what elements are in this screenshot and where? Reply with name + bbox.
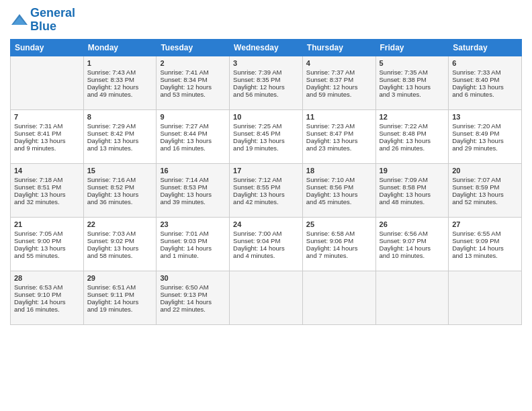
day-info: Daylight: 14 hours [306, 244, 372, 252]
calendar-cell: 20Sunrise: 7:07 AMSunset: 8:59 PMDayligh… [449, 163, 522, 217]
calendar-table: SundayMondayTuesdayWednesdayThursdayFrid… [10, 39, 522, 325]
day-info: Sunset: 8:59 PM [452, 183, 518, 191]
day-info: Sunset: 9:09 PM [452, 237, 518, 244]
day-info: and 59 minutes. [306, 91, 372, 98]
day-info: and 58 minutes. [87, 252, 153, 259]
day-info: Sunrise: 6:55 AM [452, 230, 518, 237]
day-info: Sunrise: 6:56 AM [380, 230, 445, 237]
day-info: Sunrise: 7:00 AM [233, 230, 299, 237]
day-info: and 39 minutes. [160, 198, 226, 205]
day-number: 29 [87, 274, 153, 282]
day-info: Sunset: 8:53 PM [160, 183, 226, 191]
day-info: and 19 minutes. [87, 306, 153, 313]
day-info: Daylight: 13 hours [233, 191, 299, 198]
calendar-cell: 19Sunrise: 7:09 AMSunset: 8:58 PMDayligh… [375, 163, 449, 217]
week-row-4: 21Sunrise: 7:05 AMSunset: 9:00 PMDayligh… [11, 217, 522, 271]
day-number: 20 [452, 167, 518, 175]
calendar-cell: 8Sunrise: 7:29 AMSunset: 8:42 PMDaylight… [83, 109, 157, 163]
calendar-cell: 29Sunrise: 6:51 AMSunset: 9:11 PMDayligh… [83, 271, 157, 324]
day-number: 19 [380, 167, 445, 175]
day-info: Sunrise: 7:07 AM [452, 176, 518, 183]
day-info: Sunrise: 7:25 AM [233, 122, 299, 130]
calendar-cell: 26Sunrise: 6:56 AMSunset: 9:07 PMDayligh… [375, 217, 449, 271]
day-info: Sunset: 8:49 PM [452, 130, 518, 137]
day-number: 11 [306, 113, 372, 121]
day-info: Sunset: 9:00 PM [14, 237, 80, 244]
day-info: Daylight: 12 hours [160, 83, 226, 91]
day-info: and 10 minutes. [380, 252, 445, 259]
calendar-cell: 4Sunrise: 7:37 AMSunset: 8:37 PMDaylight… [302, 56, 375, 109]
calendar-cell: 1Sunrise: 7:43 AMSunset: 8:33 PMDaylight… [83, 56, 157, 109]
day-number: 16 [160, 167, 226, 175]
day-info: and 16 minutes. [14, 306, 80, 313]
day-info: and 32 minutes. [14, 198, 80, 205]
day-number: 26 [380, 220, 445, 228]
day-info: and 52 minutes. [452, 198, 518, 205]
day-info: and 9 minutes. [14, 144, 80, 152]
logo: General Blue [10, 7, 75, 34]
day-info: and 23 minutes. [306, 144, 372, 152]
day-info: Sunrise: 7:09 AM [380, 176, 445, 183]
day-number: 27 [452, 220, 518, 228]
day-info: Sunrise: 7:12 AM [233, 176, 299, 183]
calendar-cell: 13Sunrise: 7:20 AMSunset: 8:49 PMDayligh… [449, 109, 522, 163]
day-info: Daylight: 13 hours [380, 191, 445, 198]
calendar-cell: 15Sunrise: 7:16 AMSunset: 8:52 PMDayligh… [83, 163, 157, 217]
calendar-cell: 23Sunrise: 7:01 AMSunset: 9:03 PMDayligh… [157, 217, 230, 271]
day-number: 28 [14, 274, 80, 282]
calendar-cell: 18Sunrise: 7:10 AMSunset: 8:56 PMDayligh… [302, 163, 375, 217]
day-info: Sunset: 9:02 PM [87, 237, 153, 244]
calendar-cell: 6Sunrise: 7:33 AMSunset: 8:40 PMDaylight… [449, 56, 522, 109]
day-info: Sunrise: 6:50 AM [160, 283, 226, 291]
day-info: Sunrise: 7:23 AM [306, 122, 372, 130]
day-number: 2 [160, 59, 226, 67]
day-info: Sunset: 9:10 PM [14, 291, 80, 298]
day-info: Daylight: 13 hours [14, 244, 80, 252]
day-info: Daylight: 13 hours [87, 244, 153, 252]
day-info: Sunrise: 7:29 AM [87, 122, 153, 130]
day-info: Sunset: 9:07 PM [380, 237, 445, 244]
day-info: Sunrise: 7:10 AM [306, 176, 372, 183]
calendar-cell: 22Sunrise: 7:03 AMSunset: 9:02 PMDayligh… [83, 217, 157, 271]
day-info: Sunrise: 7:31 AM [14, 122, 80, 130]
day-number: 23 [160, 220, 226, 228]
day-info: Daylight: 13 hours [14, 191, 80, 198]
day-info: Sunset: 8:55 PM [233, 183, 299, 191]
day-header-monday: Monday [83, 39, 157, 56]
day-info: and 16 minutes. [160, 144, 226, 152]
day-info: Sunset: 8:37 PM [306, 76, 372, 83]
calendar-cell: 7Sunrise: 7:31 AMSunset: 8:41 PMDaylight… [11, 109, 84, 163]
day-info: Daylight: 14 hours [380, 244, 445, 252]
day-info: Daylight: 13 hours [452, 83, 518, 91]
day-number: 5 [380, 59, 445, 67]
day-info: Sunset: 9:03 PM [160, 237, 226, 244]
calendar-cell: 14Sunrise: 7:18 AMSunset: 8:51 PMDayligh… [11, 163, 84, 217]
day-info: Sunset: 8:58 PM [380, 183, 445, 191]
day-number: 22 [87, 220, 153, 228]
day-info: and 42 minutes. [233, 198, 299, 205]
day-info: and 29 minutes. [452, 144, 518, 152]
calendar-cell: 10Sunrise: 7:25 AMSunset: 8:45 PMDayligh… [230, 109, 303, 163]
calendar-cell [11, 56, 84, 109]
day-info: Sunset: 9:04 PM [233, 237, 299, 244]
day-info: Sunset: 8:35 PM [233, 76, 299, 83]
calendar-cell: 30Sunrise: 6:50 AMSunset: 9:13 PMDayligh… [157, 271, 230, 324]
day-info: Daylight: 13 hours [306, 137, 372, 144]
day-info: Daylight: 13 hours [452, 191, 518, 198]
header: General Blue [10, 7, 522, 34]
calendar-cell: 24Sunrise: 7:00 AMSunset: 9:04 PMDayligh… [230, 217, 303, 271]
calendar-cell: 5Sunrise: 7:35 AMSunset: 8:38 PMDaylight… [375, 56, 449, 109]
day-info: Daylight: 14 hours [87, 298, 153, 306]
day-info: Daylight: 12 hours [87, 83, 153, 91]
day-info: and 1 minute. [160, 252, 226, 259]
day-info: and 13 minutes. [87, 144, 153, 152]
day-number: 6 [452, 59, 518, 67]
day-info: Sunset: 8:40 PM [452, 76, 518, 83]
day-info: and 3 minutes. [380, 91, 445, 98]
day-info: Daylight: 13 hours [380, 137, 445, 144]
day-info: and 49 minutes. [87, 91, 153, 98]
day-info: Sunrise: 7:03 AM [87, 230, 153, 237]
day-info: Sunrise: 7:27 AM [160, 122, 226, 130]
day-info: and 6 minutes. [452, 91, 518, 98]
day-info: and 56 minutes. [233, 91, 299, 98]
